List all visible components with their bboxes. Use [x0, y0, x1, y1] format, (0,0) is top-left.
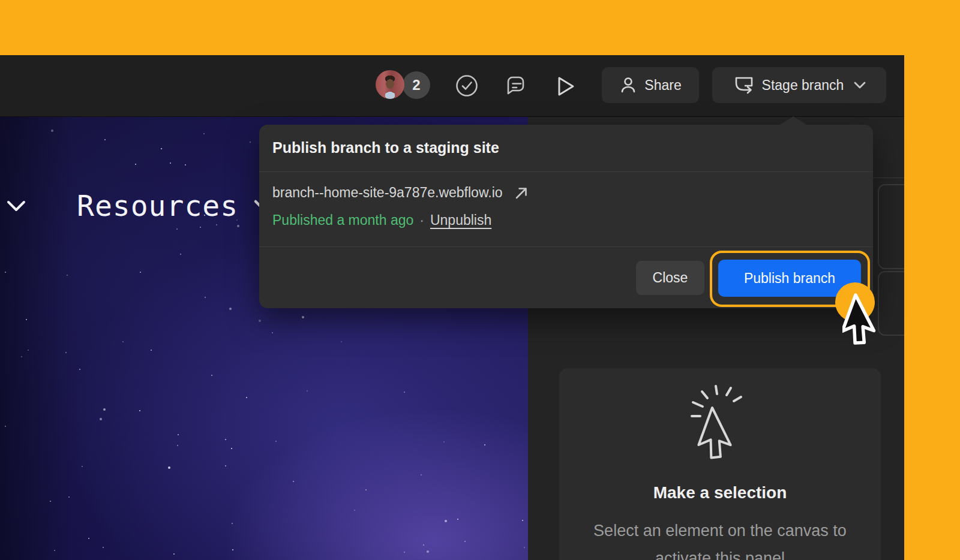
pointer-cursor-icon — [842, 291, 902, 366]
canvas-heading: Resources — [77, 189, 238, 222]
empty-state-description: Select an element on the canvas to activ… — [573, 517, 867, 560]
share-button[interactable]: Share — [602, 67, 699, 103]
play-icon — [555, 75, 577, 98]
dialog-notch — [780, 116, 806, 125]
canvas-edge-chevron-down-icon[interactable] — [6, 200, 26, 213]
canvas-heading-row: Resources — [77, 189, 275, 222]
collaborator-avatar[interactable] — [376, 70, 404, 99]
dialog-divider — [259, 171, 873, 172]
close-button[interactable]: Close — [636, 261, 704, 295]
panel-widget-outline — [878, 184, 904, 269]
share-button-label: Share — [644, 77, 681, 94]
stage-branch-button-label: Stage branch — [762, 77, 844, 94]
empty-state-title: Make a selection — [559, 483, 881, 502]
branch-url-row: branch--home-site-9a787e.webflow.io — [272, 185, 529, 201]
published-status: Published a month ago — [272, 212, 413, 228]
chevron-down-icon — [853, 81, 866, 89]
person-icon — [619, 76, 637, 95]
dialog-title: Publish branch to a staging site — [272, 139, 499, 156]
unpublish-link[interactable]: Unpublish — [430, 212, 491, 228]
preview-button[interactable] — [555, 75, 577, 98]
comment-icon — [503, 74, 528, 99]
collaborator-count-badge[interactable]: 2 — [403, 71, 430, 99]
stage-branch-button[interactable]: Stage branch — [712, 67, 886, 103]
page-background: 2 — [0, 0, 960, 560]
checklist-button[interactable] — [455, 74, 479, 98]
check-circle-icon — [455, 74, 479, 98]
stage-branch-icon — [732, 74, 756, 96]
publish-status-row: Published a month ago · Unpublish — [272, 212, 491, 228]
empty-state-card: Make a selection Select an element on th… — [559, 368, 881, 560]
dialog-footer-divider — [259, 246, 873, 247]
comments-button[interactable] — [503, 74, 528, 99]
top-toolbar: 2 — [0, 55, 904, 117]
external-link-icon[interactable] — [514, 185, 529, 201]
status-separator: · — [419, 212, 424, 228]
publish-branch-dialog: Publish branch to a staging site branch-… — [259, 125, 873, 308]
cursor-click-icon — [675, 385, 765, 481]
branch-url[interactable]: branch--home-site-9a787e.webflow.io — [272, 185, 503, 201]
